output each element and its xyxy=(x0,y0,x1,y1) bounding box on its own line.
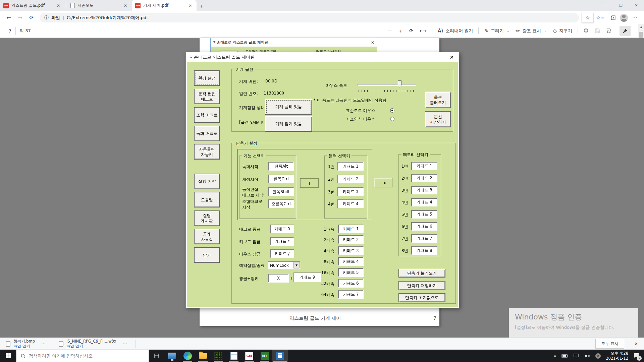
tab-jijon-auto[interactable]: 지존오토 ✕ xyxy=(67,0,132,11)
save-button[interactable] xyxy=(592,26,603,36)
load-options-button[interactable]: 옵션 불러오기 xyxy=(425,92,451,108)
task-view-button[interactable] xyxy=(149,350,164,362)
download-more-button[interactable]: ⋯ xyxy=(119,341,131,346)
coordinate-mouse-radio[interactable] xyxy=(390,117,394,121)
machine-locked-button[interactable]: 기계 잠겨 있음 xyxy=(265,116,312,132)
print-button[interactable] xyxy=(580,26,592,36)
block-4-key-field[interactable]: 키패드 4 xyxy=(337,199,364,208)
volume-icon[interactable] xyxy=(584,354,590,358)
memory-7-key-field[interactable]: 키패드 7 xyxy=(411,234,437,243)
collections-button[interactable] xyxy=(607,13,619,23)
play-start-key-field[interactable]: 왼쪽Ctrl xyxy=(268,175,294,183)
record-start-key-field[interactable]: 왼쪽Alt xyxy=(268,162,294,171)
rotate-button[interactable]: ⟳ xyxy=(406,26,417,36)
speed-2x-key-field[interactable]: 키패드 2 xyxy=(338,235,364,244)
browser-menu-button[interactable]: ⋯ xyxy=(629,13,641,23)
tray-chevron-icon[interactable]: ∧ xyxy=(553,354,556,358)
block-1-key-field[interactable]: 키패드 1 xyxy=(337,162,364,171)
tab-close-icon[interactable]: ✕ xyxy=(187,3,193,9)
start-button[interactable] xyxy=(0,350,16,362)
sidebar-public-archive-button[interactable]: 공개 자료실 xyxy=(194,229,220,244)
memory-1-key-field[interactable]: 키패드 1 xyxy=(411,162,437,170)
speed-1x-key-field[interactable]: 키패드 1 xyxy=(338,225,364,233)
standard-mouse-radio[interactable] xyxy=(390,108,394,113)
page-number-input[interactable]: 7 xyxy=(5,27,15,35)
memory-3-key-field[interactable]: 키패드 3 xyxy=(411,186,437,194)
download-more-button[interactable]: ⋯ xyxy=(38,341,49,346)
schedule-key-dropdown[interactable]: NumLock ▼ xyxy=(268,261,300,269)
speed-64x-key-field[interactable]: 키패드 7 xyxy=(338,290,364,299)
save-options-button[interactable]: 옵션 저장하기 xyxy=(425,111,451,127)
restore-button[interactable]: ❐ xyxy=(613,0,629,11)
chevron-down-icon[interactable]: ⌄ xyxy=(544,29,547,33)
save-as-button[interactable] xyxy=(603,26,614,36)
memory-5-key-field[interactable]: 키패드 5 xyxy=(411,210,437,219)
scroll-up-arrow[interactable]: ▲ xyxy=(638,24,644,29)
hotkey-load-button[interactable]: 단축키 불러오기 xyxy=(398,269,445,278)
chevron-down-icon[interactable]: ⌄ xyxy=(507,29,509,33)
draw-button[interactable]: ✎ 그리기 ⌄ xyxy=(481,26,513,36)
hotkey-save-button[interactable]: 단축키 저장하기 xyxy=(398,281,445,290)
erase-button[interactable]: ◇ 지우기 xyxy=(550,26,575,36)
block-2-key-field[interactable]: 키패드 2 xyxy=(337,175,364,183)
action-edit-start-key-field[interactable]: 왼쪽Shift xyxy=(268,187,294,196)
url-field[interactable]: ⓘ 파일 | C:/Extreme%20Gold/기계%20제어.pdf xyxy=(40,13,579,22)
taskbar-app-mt[interactable]: MT xyxy=(257,350,272,362)
zoom-out-button[interactable]: − xyxy=(385,26,395,36)
close-download-bar-button[interactable]: ✕ xyxy=(632,341,641,346)
speed-16x-key-field[interactable]: 키패드 5 xyxy=(338,268,364,277)
sidebar-autoclick-autokey-button[interactable]: 자동클릭 자동키 xyxy=(194,144,220,160)
search-input[interactable] xyxy=(29,353,140,358)
burst-key1-field[interactable]: X xyxy=(268,274,289,283)
mouse-speed-slider-track[interactable] xyxy=(358,84,416,86)
memory-6-key-field[interactable]: 키패드 6 xyxy=(411,222,437,231)
keyboard-lock-key-field[interactable]: 키패드 * xyxy=(270,237,294,246)
forward-button[interactable]: → xyxy=(15,13,25,23)
mouse-lock-key-field[interactable]: 키패드 / xyxy=(270,249,294,258)
hotkey-reset-button[interactable]: 단축키 초기값으로 xyxy=(398,293,445,302)
pin-toolbar-button[interactable] xyxy=(620,26,631,36)
sidebar-close-button[interactable]: 닫기 xyxy=(194,247,220,263)
download-item[interactable]: 창찍기.bmp 파일 열기 ⋯ xyxy=(3,339,52,349)
taskbar-app-explorer[interactable] xyxy=(195,350,211,362)
dialog-close-button[interactable]: ✕ xyxy=(448,54,455,60)
favorites-list-button[interactable]: ☆≡ xyxy=(594,13,606,23)
refresh-button[interactable]: ⟳ xyxy=(26,13,37,23)
combo-start-key-field[interactable]: 오른쪽Ctrl xyxy=(268,199,294,208)
profile-avatar[interactable] xyxy=(620,14,628,22)
tab-extreme-gold[interactable]: PDF 익스트림 골드.pdf ✕ xyxy=(0,0,65,11)
machine-unlocked-button[interactable]: 기계 풀려 있음 xyxy=(265,99,312,115)
new-tab-button[interactable]: ＋ xyxy=(197,1,207,10)
taskbar-clock[interactable]: 오후 4:28 2021-01-12 xyxy=(606,351,628,361)
sidebar-record-macro-button[interactable]: 녹화 매크로 xyxy=(194,126,220,141)
sidebar-combo-macro-button[interactable]: 조합 매크로 xyxy=(194,107,220,123)
open-file-link[interactable]: 파일 열기 xyxy=(66,344,116,349)
info-icon[interactable]: ⓘ xyxy=(44,15,49,21)
taskbar-app-doc-active[interactable] xyxy=(272,350,288,362)
sidebar-qna-board-button[interactable]: 질답 게시판 xyxy=(194,210,220,226)
taskbar-app-edge[interactable] xyxy=(180,350,195,362)
tab-close-icon[interactable]: ✕ xyxy=(122,3,128,9)
speed-8x-key-field[interactable]: 키패드 4 xyxy=(338,257,364,266)
back-button[interactable]: ← xyxy=(3,13,14,23)
minimize-button[interactable]: — xyxy=(598,0,613,11)
taskbar-app-gm[interactable]: GM xyxy=(241,350,257,362)
dialog-titlebar[interactable]: 지존매크로 익스트림 골드 제어판 ✕ xyxy=(186,52,459,62)
mouse-speed-slider-thumb[interactable] xyxy=(398,80,401,87)
taskbar-search-box[interactable] xyxy=(16,350,149,362)
fit-width-button[interactable]: ⟷ xyxy=(417,26,430,36)
show-all-downloads-button[interactable]: 모두 표시 xyxy=(595,339,624,349)
status-x-circle-icon[interactable]: ✕ xyxy=(595,353,601,359)
macro-end-key-field[interactable]: 키패드 0 xyxy=(270,225,294,233)
block-3-key-field[interactable]: 키패드 3 xyxy=(337,187,364,196)
highlight-button[interactable]: ✏ 강조 표시 ⌄ xyxy=(513,26,550,36)
speed-4x-key-field[interactable]: 키패드 3 xyxy=(338,246,364,255)
memory-8-key-field[interactable]: 키패드 8 xyxy=(411,246,437,255)
taskbar-app-game[interactable] xyxy=(211,350,226,362)
memory-2-key-field[interactable]: 키패드 2 xyxy=(411,174,437,182)
close-button[interactable]: ✕ xyxy=(629,0,644,11)
memory-4-key-field[interactable]: 키패드 4 xyxy=(411,198,437,206)
read-aloud-button[interactable]: A) 소리내어 읽기 xyxy=(435,26,476,36)
zoom-in-button[interactable]: ＋ xyxy=(395,26,406,36)
dropdown-arrow-icon[interactable]: ▼ xyxy=(293,262,300,268)
